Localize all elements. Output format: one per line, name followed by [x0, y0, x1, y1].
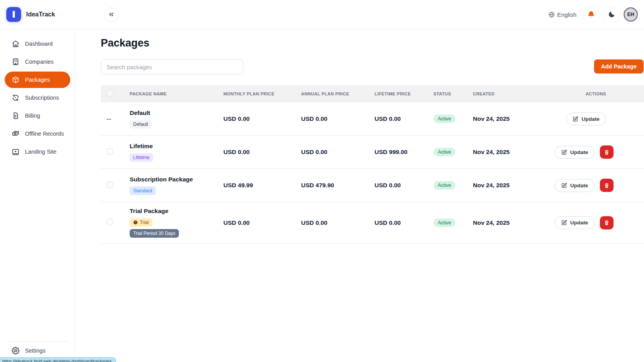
row-checkbox[interactable]: [107, 181, 113, 188]
controls-row: Add Package: [101, 59, 644, 74]
delete-button[interactable]: [600, 179, 614, 192]
home-icon: [12, 40, 20, 48]
sidebar-item-label: Companies: [25, 59, 54, 65]
created-date: Nov 24, 2025: [473, 149, 555, 156]
lifetime-price: USD 0.00: [375, 182, 433, 189]
sidebar-item-offline-records[interactable]: Offline Records: [5, 125, 70, 142]
sidebar-item-label: Offline Records: [25, 131, 64, 137]
col-header-annual-price: ANNUAL PLAN PRICE: [301, 91, 375, 96]
status-badge: Active: [433, 148, 455, 156]
sidebar-item-billing[interactable]: Billing: [5, 108, 70, 124]
trial-badge-label: Trial: [140, 220, 149, 225]
status-badge: Active: [433, 115, 455, 123]
sidebar-item-label: Dashboard: [25, 41, 53, 47]
annual-price: USD 0.00: [301, 115, 375, 122]
package-type-badge: Default: [130, 120, 152, 129]
delete-button[interactable]: [600, 216, 614, 229]
sidebar-divider: [7, 341, 68, 342]
edit-icon: [561, 220, 567, 226]
table-row-lifetime: Lifetime Lifetime USD 0.00 USD 0.00 USD …: [101, 136, 644, 169]
package-icon: [12, 76, 20, 84]
building-icon: [12, 58, 20, 66]
select-all-checkbox[interactable]: [107, 90, 113, 97]
notifications-button[interactable]: [583, 7, 599, 23]
lifetime-price: USD 0.00: [375, 219, 433, 226]
table-row-default: -- Default Default USD 0.00 USD 0.00 USD…: [101, 102, 644, 136]
delete-button[interactable]: [600, 145, 614, 159]
add-package-button[interactable]: Add Package: [594, 59, 644, 73]
avatar-initials: EH: [627, 12, 634, 17]
sidebar-item-dashboard[interactable]: Dashboard: [5, 36, 70, 52]
page-title: Packages: [101, 37, 644, 49]
dark-mode-toggle[interactable]: [603, 7, 619, 23]
table-row-trial: Trial Package Trial Trial Period 30 Days…: [101, 202, 644, 244]
edit-icon: [561, 149, 567, 155]
package-type-badge: Lifetime: [130, 153, 153, 162]
sidebar-item-label: Settings: [25, 348, 45, 354]
package-name: Subscription Package: [130, 176, 223, 183]
monthly-price: USD 0.00: [223, 149, 301, 156]
sidebar-item-label: Billing: [25, 113, 40, 119]
annual-price: USD 0.00: [301, 219, 375, 226]
refresh-circle-icon: [12, 94, 20, 102]
document-icon: [12, 112, 20, 120]
topbar-right-cluster: English EH: [548, 7, 638, 23]
update-button[interactable]: Update: [555, 216, 595, 229]
app-logo: I: [6, 7, 21, 22]
update-button[interactable]: Update: [555, 146, 595, 159]
sidebar-item-subscriptions[interactable]: Subscriptions: [5, 90, 70, 106]
table-body: -- Default Default USD 0.00 USD 0.00 USD…: [101, 102, 644, 244]
table-header-row: PACKAGE NAME MONTHLY PLAN PRICE ANNUAL P…: [101, 85, 644, 102]
row-checkbox[interactable]: [107, 219, 113, 225]
language-label: English: [557, 11, 576, 18]
trash-icon: [604, 183, 610, 188]
update-button[interactable]: Update: [566, 113, 606, 125]
sidebar-item-settings[interactable]: Settings: [5, 342, 70, 359]
sidebar-item-label: Landing Site: [25, 149, 57, 155]
brand-name: IdeaTrack: [26, 11, 55, 18]
annual-price: USD 0.00: [301, 149, 375, 156]
annual-price: USD 479.90: [301, 182, 375, 189]
col-header-actions: ACTIONS: [555, 91, 644, 96]
trash-icon: [604, 149, 610, 155]
package-type-badge: Standard: [130, 186, 156, 195]
created-date: Nov 24, 2025: [473, 182, 555, 189]
col-header-lifetime-price: LIFETIME PRICE: [375, 91, 433, 96]
col-header-created: CREATED: [473, 91, 555, 96]
link-preview-url: https://ideatrack.farid.web.de/admin-das…: [2, 359, 111, 362]
language-selector[interactable]: English: [548, 11, 576, 18]
cash-icon: [12, 130, 20, 138]
status-badge: Active: [433, 181, 455, 190]
sidebar-item-companies[interactable]: Companies: [5, 54, 70, 70]
sidebar-collapse-button[interactable]: [104, 7, 119, 22]
col-header-status: STATUS: [433, 91, 473, 96]
package-name: Lifetime: [130, 143, 223, 150]
edit-icon: [561, 183, 567, 188]
search-input[interactable]: [101, 59, 243, 74]
link-preview-statusbar: https://ideatrack.farid.web.de/admin-das…: [0, 357, 116, 362]
trial-period-badge: Trial Period 30 Days: [130, 229, 179, 238]
status-badge: Active: [433, 219, 455, 227]
monitor-gear-icon: [12, 148, 20, 156]
package-type-badge: Trial: [130, 218, 152, 227]
sidebar-item-label: Packages: [25, 77, 50, 83]
non-selectable-indicator: --: [107, 115, 112, 122]
globe-icon: [548, 11, 555, 18]
table-row-subscription: Subscription Package Standard USD 49.99 …: [101, 169, 644, 202]
topbar: I IdeaTrack English EH: [0, 0, 644, 29]
bell-icon: [587, 11, 595, 19]
moon-icon: [608, 11, 615, 18]
sidebar-item-packages[interactable]: Packages: [5, 72, 70, 88]
sidebar: Dashboard Companies Packages Subscriptio…: [0, 29, 75, 362]
user-avatar[interactable]: EH: [624, 7, 638, 22]
row-checkbox[interactable]: [107, 148, 113, 155]
package-name: Trial Package: [130, 208, 223, 215]
update-button-label: Update: [582, 116, 599, 122]
sidebar-item-label: Subscriptions: [25, 95, 59, 101]
update-button-label: Update: [570, 149, 588, 155]
update-button[interactable]: Update: [555, 179, 595, 192]
col-header-package-name: PACKAGE NAME: [130, 91, 223, 96]
sidebar-item-landing-site[interactable]: Landing Site: [5, 143, 70, 160]
monthly-price: USD 49.99: [223, 182, 301, 189]
package-name: Default: [130, 109, 223, 116]
